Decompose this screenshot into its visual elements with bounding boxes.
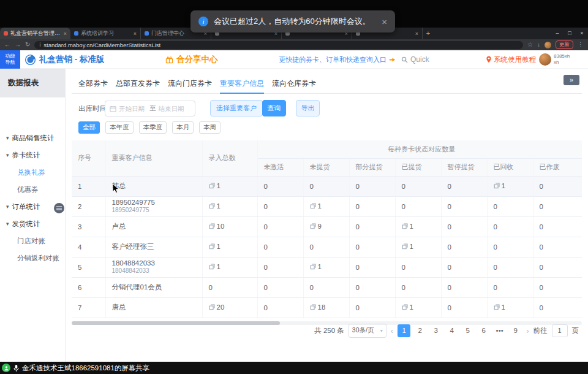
total-count: 共 250 条 (314, 326, 344, 335)
cell-status: 0 (349, 257, 395, 277)
browser-actions: ☆ ↓ 更新 ⋮ (527, 40, 584, 48)
sidebar-item[interactable]: 门店对账 (0, 232, 65, 250)
date-range-picker[interactable]: 至 (105, 101, 195, 116)
sidebar-item[interactable]: 分销返利对账 (0, 250, 65, 267)
browser-update-button[interactable]: 更新 (556, 40, 573, 48)
sidebar-item[interactable]: ▾ 券卡统计 (0, 147, 65, 164)
content-tab[interactable]: 流向门店券卡 (168, 74, 212, 94)
forward-icon[interactable]: → (15, 42, 21, 48)
app-header: 功能 导航 礼盒营销 - 标准版 合分享中心 更快捷的券卡、订单和快递查询入口 (0, 50, 588, 69)
count-badge-icon (209, 304, 215, 310)
cell-total: 1 (202, 237, 257, 257)
sidebar-item[interactable]: 优惠券 (0, 181, 65, 198)
sidebar-item[interactable]: ▾ 商品销售统计 (0, 129, 65, 147)
cell-status: 0 (441, 277, 487, 297)
content-tab[interactable]: 重要客户信息 (220, 74, 264, 94)
browser-menu-icon[interactable]: ⋮ (578, 42, 584, 48)
tab-close-icon[interactable]: × (64, 31, 67, 37)
quick-filter-button[interactable]: 本年度 (105, 121, 134, 134)
sidebar-collapse-handle[interactable] (54, 203, 64, 213)
tab-close-icon[interactable]: × (134, 31, 137, 37)
table-row[interactable]: 4客户经理张三10001000 (72, 237, 582, 257)
browser-tab[interactable]: 礼盒营销平台管理中心 × (0, 28, 70, 39)
content-tab[interactable]: 总部直发券卡 (116, 74, 160, 94)
browser-tab[interactable]: 系统培训学习 × (70, 28, 141, 39)
expand-panel-button[interactable]: » (564, 75, 579, 85)
tab-label: 系统培训学习 (81, 29, 131, 37)
sidebar-item-label: 券卡统计 (12, 151, 40, 160)
minimize-icon[interactable]: – (551, 28, 564, 39)
cell-status: 0 (441, 176, 487, 196)
search-button[interactable]: 查询 (262, 100, 286, 116)
scrollbar-thumb[interactable] (72, 321, 280, 325)
tab-close-icon[interactable]: × (415, 31, 418, 37)
browser-profile-avatar[interactable] (545, 42, 551, 48)
column-header-total: 录入总数 (202, 140, 257, 176)
end-date-input[interactable] (159, 105, 187, 112)
page-button[interactable]: 4 (445, 324, 458, 337)
quick-filter-button[interactable]: 全部 (78, 121, 100, 134)
count-badge-icon (310, 304, 316, 310)
table-row[interactable]: 5180488420331804884203310100000 (72, 257, 582, 277)
tab-favicon-icon (4, 31, 8, 36)
next-page-button[interactable]: › (526, 326, 529, 335)
start-date-input[interactable] (119, 105, 147, 112)
table-row[interactable]: 1韩总10000010 (72, 176, 582, 196)
content-tab[interactable]: 流向仓库券卡 (272, 74, 316, 94)
function-nav-button[interactable]: 功能 导航 (0, 50, 20, 69)
cell-no: 5 (72, 257, 105, 277)
export-button[interactable]: 导出 (296, 100, 320, 116)
quick-filter-button[interactable]: 本月 (172, 121, 194, 134)
goto-page-input[interactable] (552, 324, 568, 337)
sidebar-menu: ▾ 商品销售统计 ▾ 券卡统计 兑换礼券 优惠券 ▾ 订单统计 ▾ 发货统计 门… (0, 97, 65, 267)
cell-customer: 卢总 (105, 216, 202, 237)
content-tabs: 全部券卡总部直发券卡流向门店券卡重要客户信息流向仓库券卡 (72, 74, 582, 94)
cell-status: 0 (441, 196, 487, 216)
new-tab-icon[interactable]: + (423, 28, 434, 39)
select-customer-button[interactable]: 选择重要客户 (210, 100, 263, 116)
page-size-select[interactable]: 30条/页 ▾ (349, 324, 386, 338)
table-row[interactable]: 2189502497751895024977510100000 (72, 196, 582, 216)
maximize-icon[interactable]: □ (564, 28, 576, 39)
count-badge-icon (494, 183, 500, 189)
pagination: 共 250 条 30条/页 ▾ ‹ 123456•••9 › 前往 页 (314, 323, 579, 338)
quick-filter-button[interactable]: 本季度 (139, 121, 167, 134)
download-icon[interactable]: ↓ (537, 42, 540, 48)
count-badge-icon (402, 243, 408, 250)
back-icon[interactable]: ← (4, 42, 10, 48)
app-logo[interactable]: 礼盒营销 - 标准版 (24, 50, 105, 69)
url-input[interactable]: i standard.maboy.cn/CardMemberStatistics… (34, 41, 523, 49)
cell-status: 0 (303, 237, 349, 257)
quick-entry-link[interactable]: 更快捷的券卡、订单和快递查询入口 (279, 50, 396, 69)
content-tab[interactable]: 全部券卡 (78, 74, 108, 94)
sidebar-item[interactable]: ▾ 发货统计 (0, 215, 65, 232)
share-center-link[interactable]: 合分享中心 (165, 50, 218, 69)
tutorial-link[interactable]: 系统使用教程 (486, 50, 536, 69)
caret-down-icon: ▾ (6, 204, 9, 210)
page-button[interactable]: 9 (509, 324, 522, 337)
reload-icon[interactable]: ↻ (25, 42, 30, 48)
cell-customer: 韩总 (105, 176, 202, 196)
page-button[interactable]: 6 (477, 324, 490, 337)
user-menu[interactable]: 8385xh xh (539, 50, 570, 69)
table-row[interactable]: 3卢总100901000 (72, 216, 582, 237)
bookmark-star-icon[interactable]: ☆ (527, 42, 533, 48)
page-button[interactable]: 1 (398, 324, 410, 337)
count-badge-icon (402, 223, 408, 229)
cell-status: 0 (441, 257, 487, 277)
quick-filter-button[interactable]: 本周 (199, 121, 221, 134)
close-icon[interactable]: × (576, 28, 588, 39)
table-row[interactable]: 7唐总2001801010 (72, 297, 582, 318)
search-icon (401, 56, 408, 63)
table-row[interactable]: 6分销代理01会员00000000 (72, 277, 582, 297)
site-info-icon[interactable]: i (39, 42, 40, 48)
count-badge-icon (310, 203, 316, 209)
page-button[interactable]: 2 (413, 324, 426, 337)
prev-page-button[interactable]: ‹ (391, 326, 393, 335)
page-button[interactable]: ••• (493, 324, 506, 337)
toast-close-icon[interactable]: × (382, 17, 387, 26)
sidebar-item[interactable]: 兑换礼券 (0, 164, 65, 181)
page-button[interactable]: 5 (461, 324, 474, 337)
quick-search[interactable]: Quick (401, 50, 429, 69)
page-button[interactable]: 3 (429, 324, 442, 337)
